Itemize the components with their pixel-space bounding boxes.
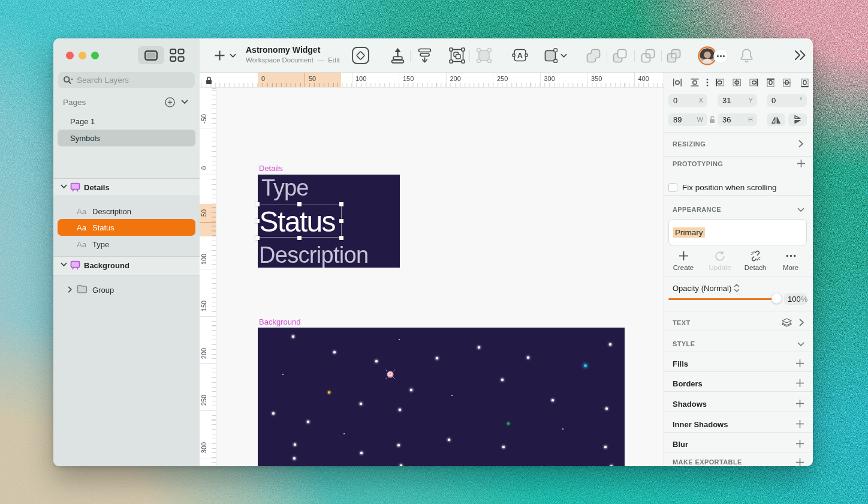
svg-text:A: A bbox=[517, 51, 523, 60]
